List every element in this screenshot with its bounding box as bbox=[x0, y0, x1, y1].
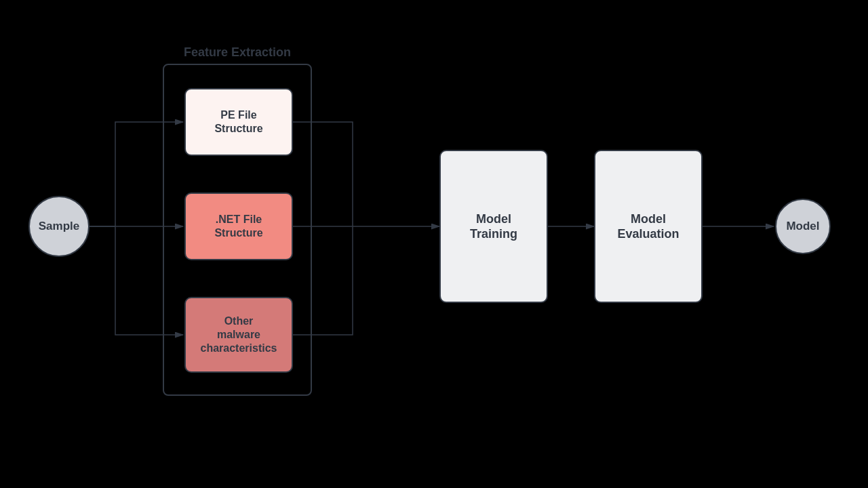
node-model-label: Model bbox=[786, 219, 819, 233]
node-sample: Sample bbox=[28, 196, 90, 257]
node-pe-file-structure: PE File Structure bbox=[184, 88, 293, 156]
connectors bbox=[0, 0, 868, 488]
model-training-label: Model Training bbox=[470, 211, 517, 242]
net-file-label: .NET File Structure bbox=[214, 213, 262, 240]
other-malware-label: Other malware characteristics bbox=[201, 314, 277, 355]
node-net-file-structure: .NET File Structure bbox=[184, 192, 293, 260]
model-evaluation-label: Model Evaluation bbox=[617, 211, 679, 242]
diagram-canvas: { "nodes": { "sample": "Sample", "model"… bbox=[0, 0, 868, 488]
node-sample-label: Sample bbox=[39, 219, 79, 233]
node-other-malware: Other malware characteristics bbox=[184, 297, 293, 373]
node-model: Model bbox=[775, 199, 831, 254]
feature-extraction-title: Feature Extraction bbox=[164, 45, 311, 60]
node-model-training: Model Training bbox=[439, 150, 548, 303]
pe-file-label: PE File Structure bbox=[214, 108, 262, 136]
node-model-evaluation: Model Evaluation bbox=[594, 150, 703, 303]
